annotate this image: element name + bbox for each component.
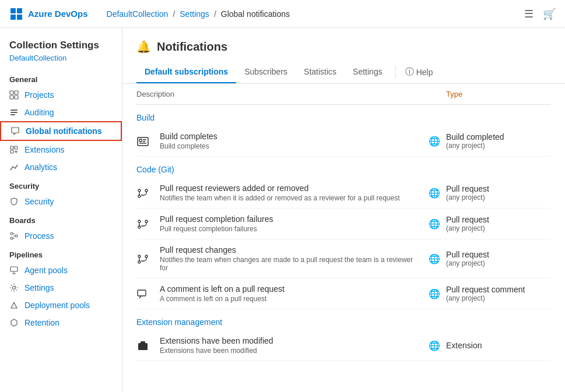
notif-pr-completion-type: Pull request (any project) [446, 215, 551, 232]
notif-pr-changes-type: Pull request (any project) [446, 250, 551, 267]
svg-point-31 [145, 255, 148, 257]
sidebar-item-pipeline-settings-label: Settings [24, 283, 54, 292]
svg-rect-33 [138, 290, 146, 296]
grid-icon [9, 90, 19, 100]
pr-icon-2 [136, 217, 160, 231]
svg-point-28 [145, 220, 148, 223]
content-header: 🔔 Notifications [122, 28, 565, 54]
retention-icon [9, 318, 19, 327]
tab-settings[interactable]: Settings [345, 61, 391, 83]
sidebar-item-retention-label: Retention [24, 318, 59, 327]
puzzle-icon [9, 145, 19, 154]
tab-help[interactable]: ⓘ Help [401, 61, 438, 83]
tab-subscribers[interactable]: Subscribers [236, 61, 296, 83]
sidebar-item-security[interactable]: Security [0, 193, 122, 210]
tab-default-subscriptions[interactable]: Default subscriptions [136, 61, 236, 83]
svg-rect-3 [17, 15, 22, 20]
svg-rect-23 [139, 143, 146, 144]
notif-pr-reviewers-subtitle: Notifies the team when it is added or re… [160, 194, 423, 202]
svg-rect-17 [10, 267, 17, 271]
tab-divider [395, 66, 396, 78]
svg-rect-7 [15, 96, 18, 99]
notif-pr-reviewers-type: Pull request (any project) [446, 184, 551, 202]
section-code-git: Code (Git) [136, 157, 551, 178]
notif-pr-completion-globe: 🌐 [423, 218, 446, 229]
pr-icon-3 [136, 252, 160, 266]
sidebar-item-auditing-label: Auditing [24, 108, 54, 117]
sidebar-item-projects[interactable]: Projects [0, 86, 122, 104]
help-circle-icon: ⓘ [405, 66, 414, 77]
page-title: Notifications [157, 40, 227, 54]
list-icon [9, 108, 19, 117]
notif-build-completes-desc: Build completes Build completes [160, 132, 423, 150]
main-layout: Collection Settings DefaultCollection Ge… [0, 28, 565, 392]
shield-icon [9, 197, 19, 206]
logo[interactable]: Azure DevOps [9, 7, 88, 21]
sidebar-item-agent-pools[interactable]: Agent pools [0, 262, 122, 279]
notif-build-completes-subtitle: Build completes [160, 142, 423, 150]
svg-rect-9 [10, 112, 17, 113]
sidebar-item-retention[interactable]: Retention [0, 314, 122, 331]
table-header: Description Type [136, 84, 551, 105]
menu-icon[interactable]: ☰ [524, 8, 534, 20]
gear-icon [9, 283, 19, 292]
sidebar-item-security-label: Security [24, 197, 54, 206]
breadcrumb-current: Global notifications [221, 9, 290, 19]
sidebar-title: Collection Settings [0, 33, 122, 54]
section-build-label: Build [136, 113, 155, 122]
col-description-header: Description [136, 90, 423, 98]
svg-rect-22 [143, 141, 145, 142]
notif-pr-reviewers-desc: Pull request reviewers added or removed … [160, 183, 423, 202]
sidebar-subtitle[interactable]: DefaultCollection [0, 54, 122, 69]
svg-point-15 [15, 235, 17, 237]
notif-build-completes-type: Build completed (any project) [446, 132, 551, 150]
svg-rect-6 [10, 96, 13, 99]
sidebar-item-analytics[interactable]: Analytics [0, 158, 122, 176]
sidebar-item-extensions-label: Extensions [24, 145, 64, 154]
sidebar-item-agent-pools-label: Agent pools [24, 266, 68, 275]
sidebar-item-extensions[interactable]: Extensions [0, 141, 122, 158]
notif-row-extensions-modified: Extensions have been modified Extensions… [136, 330, 551, 361]
svg-rect-1 [17, 8, 22, 13]
content-area: 🔔 Notifications Default subscriptions Su… [122, 28, 565, 392]
table-area: Description Type Build [122, 84, 565, 361]
svg-rect-2 [10, 15, 16, 20]
notif-row-pr-reviewers: Pull request reviewers added or removed … [136, 178, 551, 209]
svg-rect-10 [10, 114, 15, 115]
sidebar: Collection Settings DefaultCollection Ge… [0, 28, 122, 392]
notif-row-pr-completion-failures: Pull request completion failures Pull re… [136, 209, 551, 239]
sidebar-item-process[interactable]: Process [0, 227, 122, 245]
svg-point-24 [138, 189, 141, 192]
notif-pr-comment-type: Pull request comment (any project) [446, 285, 551, 302]
notif-pr-completion-desc: Pull request completion failures Pull re… [160, 214, 423, 233]
section-general: General [0, 69, 122, 86]
breadcrumb: DefaultCollection / Settings / Global no… [107, 9, 524, 19]
sidebar-item-deployment-pools-label: Deployment pools [24, 301, 90, 310]
pr-icon [136, 186, 160, 200]
breadcrumb-collection[interactable]: DefaultCollection [107, 9, 169, 19]
tab-statistics[interactable]: Statistics [296, 61, 345, 83]
extension-icon [136, 338, 160, 352]
svg-rect-21 [143, 139, 146, 140]
process-icon [9, 231, 19, 241]
logo-text: Azure DevOps [28, 9, 88, 19]
notif-pr-changes-desc: Pull request changes Notifies the team w… [160, 245, 423, 272]
sidebar-item-global-notifications[interactable]: Global notifications [0, 121, 122, 141]
section-extension-management: Extension management [136, 309, 551, 330]
svg-rect-5 [15, 91, 18, 94]
sidebar-item-auditing[interactable]: Auditing [0, 104, 122, 121]
topbar: Azure DevOps DefaultCollection / Setting… [0, 0, 565, 28]
sidebar-item-deployment-pools[interactable]: Deployment pools [0, 296, 122, 314]
notif-build-type-main: Build completed [446, 132, 551, 142]
notif-pr-reviewers-title: Pull request reviewers added or removed [160, 183, 423, 193]
notif-row-build-completes: Build completes Build completes 🌐 Build … [136, 126, 551, 157]
deploy-icon [9, 301, 19, 310]
notif-build-completes-globe: 🌐 [423, 136, 446, 147]
breadcrumb-settings[interactable]: Settings [180, 9, 209, 19]
notif-extensions-modified-globe: 🌐 [423, 340, 446, 351]
topbar-actions: ☰ 🛒 [524, 8, 556, 20]
notif-row-pr-changes: Pull request changes Notifies the team w… [136, 239, 551, 278]
sidebar-item-pipeline-settings[interactable]: Settings [0, 279, 122, 296]
bag-icon[interactable]: 🛒 [543, 8, 556, 20]
svg-point-25 [145, 189, 148, 192]
